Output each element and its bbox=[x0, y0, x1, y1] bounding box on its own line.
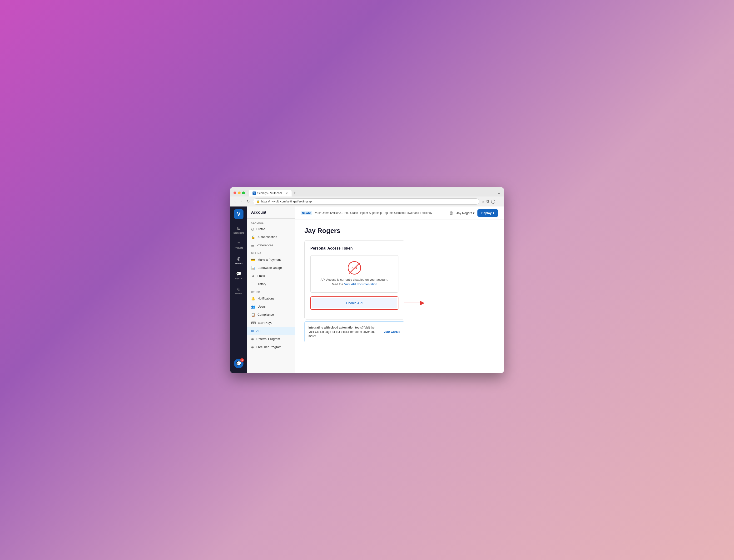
new-tab-button[interactable]: + bbox=[291, 190, 298, 196]
extensions-icon[interactable]: ⧉ bbox=[487, 199, 489, 204]
tabs-bar: V Settings - Vultr.com × + bbox=[249, 190, 496, 196]
dashboard-label: Dashboard bbox=[233, 232, 244, 234]
sidebar-item-referral[interactable]: ⊕ Referral bbox=[231, 284, 246, 298]
user-menu[interactable]: Jay Rogers ▾ bbox=[457, 211, 475, 215]
products-label: Products bbox=[234, 247, 243, 249]
arrow-indicator bbox=[404, 301, 425, 305]
maximize-window-button[interactable] bbox=[242, 192, 245, 194]
auth-label: Authentication bbox=[257, 235, 277, 239]
sidebar-item-account[interactable]: ◎ Account bbox=[231, 253, 246, 267]
sidebar-section-other: OTHER bbox=[247, 288, 295, 295]
free-tier-icon: ⊕ bbox=[251, 345, 254, 349]
page-title: Jay Rogers bbox=[304, 227, 494, 235]
close-window-button[interactable] bbox=[233, 192, 236, 194]
news-tag: NEWS: bbox=[300, 211, 312, 215]
logo-text: V bbox=[237, 211, 241, 217]
forward-button[interactable]: › bbox=[239, 199, 243, 204]
profile-sidebar-label: Profile bbox=[256, 227, 265, 231]
sidebar-item-products[interactable]: ≡ Products bbox=[231, 238, 246, 252]
sidebar-item-notifications[interactable]: 🔔 Notifications bbox=[247, 295, 295, 303]
tab-favicon: V bbox=[252, 192, 256, 195]
sidebar: Account GENERAL ◎ Profile 🔒 Authenticati… bbox=[247, 206, 295, 373]
deploy-button[interactable]: Deploy + bbox=[478, 209, 498, 217]
toolbar-actions: ☆ ⧉ ◯ ⋮ bbox=[481, 199, 501, 204]
notif-label: Notifications bbox=[257, 297, 274, 300]
personal-access-token-card: Personal Access Token API API Access is … bbox=[304, 240, 405, 319]
support-label: Support bbox=[235, 277, 242, 280]
enable-api-btn-border: Enable API bbox=[310, 296, 399, 310]
top-bar-actions: 🗑 Jay Rogers ▾ Deploy + bbox=[449, 209, 498, 217]
browser-toolbar: ‹ › ↻ 🔒 https://my.vultr.com/settings/#s… bbox=[230, 196, 504, 206]
account-icon: ◎ bbox=[237, 256, 241, 261]
traffic-lights bbox=[233, 192, 245, 194]
sidebar-item-payment[interactable]: 💳 Make a Payment bbox=[247, 256, 295, 264]
app-layout: V ⊞ Dashboard ≡ Products ◎ Account 💬 Sup… bbox=[230, 206, 504, 373]
sidebar-item-profile[interactable]: ◎ Profile bbox=[247, 225, 295, 233]
user-name: Jay Rogers bbox=[457, 211, 472, 215]
sidebar-item-api[interactable]: ⊞ API bbox=[247, 327, 295, 335]
notif-icon: 🔔 bbox=[251, 297, 255, 300]
sidebar-item-history[interactable]: ☰ History bbox=[247, 280, 295, 288]
arrow-line bbox=[404, 303, 421, 303]
back-button[interactable]: ‹ bbox=[233, 199, 237, 204]
integration-text: Integrating with cloud automation tools?… bbox=[308, 325, 381, 338]
products-icon: ≡ bbox=[237, 241, 240, 246]
enable-api-button[interactable]: Enable API bbox=[312, 298, 397, 308]
minimize-window-button[interactable] bbox=[238, 192, 241, 194]
sidebar-item-bandwidth[interactable]: 📊 Bandwidth Usage bbox=[247, 264, 295, 272]
payment-label: Make a Payment bbox=[257, 258, 281, 261]
tab-title: Settings - Vultr.com bbox=[257, 192, 282, 195]
support-chat-button[interactable]: 💬 3 bbox=[234, 359, 243, 368]
users-icon: 👥 bbox=[251, 305, 255, 309]
dashboard-icon: ⊞ bbox=[237, 226, 241, 231]
url-text: https://my.vultr.com/settings/#settingsa… bbox=[261, 200, 312, 203]
support-icon: 💬 bbox=[236, 271, 241, 276]
tab-dropdown-icon[interactable]: ⌄ bbox=[498, 191, 501, 195]
vultr-github-button[interactable]: Vultr GitHub bbox=[384, 330, 400, 334]
sidebar-header: Account bbox=[247, 206, 295, 219]
prefs-icon: ☰ bbox=[251, 243, 254, 247]
sidebar-item-free-tier[interactable]: ⊕ Free Tier Program bbox=[247, 343, 295, 351]
browser-controls: V Settings - Vultr.com × + ⌄ bbox=[233, 190, 501, 196]
menu-icon[interactable]: ⋮ bbox=[497, 199, 501, 204]
sidebar-item-authentication[interactable]: 🔒 Authentication bbox=[247, 233, 295, 241]
referral-icon: ⊕ bbox=[237, 286, 241, 292]
users-label: Users bbox=[257, 305, 265, 308]
api-disabled-icon: API bbox=[348, 261, 361, 275]
close-tab-button[interactable]: × bbox=[286, 191, 288, 195]
user-menu-chevron: ▾ bbox=[473, 211, 475, 215]
sidebar-item-users[interactable]: 👥 Users bbox=[247, 303, 295, 311]
api-nav-icon: ⊞ bbox=[251, 329, 254, 333]
limits-label: Limits bbox=[257, 274, 265, 278]
refresh-button[interactable]: ↻ bbox=[245, 199, 251, 204]
referral-prog-label: Referral Program bbox=[256, 337, 280, 341]
top-bar: NEWS: Vultr Offers NVIDIA GH200 Grace Ho… bbox=[295, 206, 504, 220]
sidebar-item-dashboard[interactable]: ⊞ Dashboard bbox=[231, 223, 246, 237]
account-label: Account bbox=[235, 262, 243, 265]
browser-titlebar: V Settings - Vultr.com × + ⌄ bbox=[230, 187, 504, 196]
star-icon[interactable]: ☆ bbox=[481, 199, 485, 204]
free-tier-label: Free Tier Program bbox=[256, 345, 281, 349]
api-docs-link[interactable]: Vultr API documentation bbox=[344, 282, 377, 286]
sidebar-item-support[interactable]: 💬 Support bbox=[231, 268, 246, 283]
sidebar-item-ssh[interactable]: ⌨ SSH Keys bbox=[247, 319, 295, 327]
main-content: NEWS: Vultr Offers NVIDIA GH200 Grace Ho… bbox=[295, 206, 504, 373]
sidebar-item-preferences[interactable]: ☰ Preferences bbox=[247, 241, 295, 249]
sidebar-item-referral-program[interactable]: ⊕ Referral Program bbox=[247, 335, 295, 343]
browser-tab[interactable]: V Settings - Vultr.com × bbox=[249, 190, 291, 196]
bandwidth-label: Bandwidth Usage bbox=[257, 266, 282, 270]
trash-icon[interactable]: 🗑 bbox=[449, 211, 454, 216]
referral-label: Referral bbox=[235, 293, 242, 295]
profile-icon[interactable]: ◯ bbox=[491, 199, 495, 204]
compliance-icon: 📋 bbox=[251, 313, 255, 317]
left-nav: V ⊞ Dashboard ≡ Products ◎ Account 💬 Sup… bbox=[230, 206, 247, 373]
sidebar-item-limits[interactable]: 🖥 Limits bbox=[247, 272, 295, 280]
api-disabled-box: API API Access is currently disabled on … bbox=[310, 255, 399, 293]
history-icon: ☰ bbox=[251, 282, 254, 286]
bandwidth-icon: 📊 bbox=[251, 266, 255, 270]
news-text: Vultr Offers NVIDIA GH200 Grace Hopper S… bbox=[315, 211, 447, 215]
sidebar-item-compliance[interactable]: 📋 Compliance bbox=[247, 311, 295, 319]
payment-icon: 💳 bbox=[251, 258, 255, 262]
referral-prog-icon: ⊕ bbox=[251, 337, 254, 341]
address-bar[interactable]: 🔒 https://my.vultr.com/settings/#setting… bbox=[253, 198, 479, 205]
